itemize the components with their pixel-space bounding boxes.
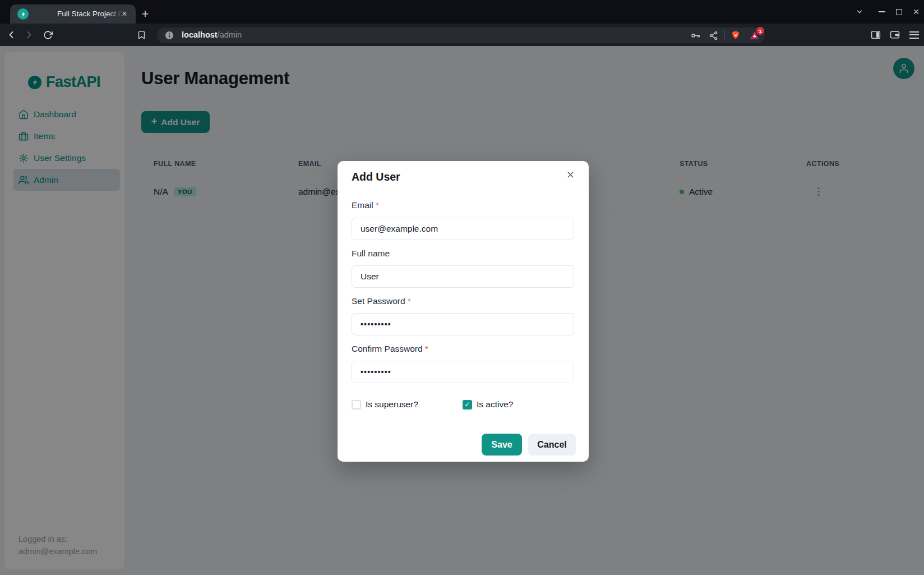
rewards-notification-badge: 1 (756, 27, 764, 35)
window-maximize-button[interactable] (891, 4, 907, 20)
url-bar[interactable]: localhost/admin 1 (157, 27, 765, 43)
url-text: localhost/admin (182, 30, 242, 39)
hamburger-menu-icon[interactable] (906, 27, 922, 43)
set-password-field[interactable] (352, 313, 574, 335)
is-active-label: Is active? (477, 399, 513, 410)
is-superuser-label: Is superuser? (366, 399, 418, 410)
email-field[interactable] (352, 218, 574, 240)
key-icon[interactable] (690, 30, 701, 41)
is-superuser-checkbox[interactable]: Is superuser? (352, 398, 418, 411)
brave-shield-icon[interactable] (730, 30, 741, 41)
confirm-password-label: Confirm Password* (352, 344, 428, 354)
url-path: /admin (218, 30, 242, 39)
site-info-icon[interactable] (164, 30, 174, 40)
is-active-checkbox[interactable]: ✓ Is active? (463, 398, 513, 411)
modal-close-icon[interactable] (562, 166, 579, 183)
share-icon[interactable] (708, 30, 719, 41)
confirm-password-field[interactable] (352, 361, 574, 383)
modal-title: Add User (352, 171, 400, 183)
add-user-modal: Add User Email* Full name Set Password* … (338, 161, 589, 462)
forward-icon[interactable] (21, 27, 37, 43)
email-label: Email* (352, 200, 379, 210)
tab-title: Full Stack Project Genera (57, 10, 126, 19)
new-tab-button[interactable]: + (137, 4, 154, 24)
full-name-field[interactable] (352, 265, 574, 288)
tab-search-chevron-icon[interactable] (852, 4, 867, 20)
page-content: FastAPI Dashboard Items User Settings Ad… (0, 46, 924, 575)
reload-icon[interactable] (40, 27, 56, 43)
required-asterisk: * (408, 296, 411, 306)
required-asterisk: * (376, 200, 379, 210)
cancel-button[interactable]: Cancel (528, 434, 576, 456)
browser-tab[interactable]: Full Stack Project Genera × (10, 4, 136, 24)
bookmark-icon[interactable] (133, 27, 149, 43)
save-button[interactable]: Save (482, 434, 522, 456)
browser-tab-bar: Full Stack Project Genera × + × (0, 0, 924, 24)
tab-close-icon[interactable]: × (118, 7, 131, 21)
back-icon[interactable] (3, 27, 19, 43)
window-close-button[interactable]: × (908, 4, 924, 20)
toolbar-divider (724, 30, 725, 40)
required-asterisk: * (425, 344, 428, 353)
url-host: localhost (182, 30, 218, 39)
set-password-label: Set Password* (352, 296, 411, 306)
sidebar-panel-icon[interactable] (868, 27, 884, 43)
checkbox-checked-icon[interactable]: ✓ (463, 400, 472, 410)
wallet-icon[interactable] (887, 27, 903, 43)
fastapi-favicon (17, 8, 29, 20)
full-name-label: Full name (352, 249, 390, 259)
window-minimize-button[interactable] (874, 4, 890, 20)
browser-toolbar: localhost/admin 1 (0, 24, 924, 46)
brave-rewards-icon[interactable]: 1 (749, 30, 760, 41)
checkbox-unchecked-icon[interactable] (352, 400, 361, 410)
